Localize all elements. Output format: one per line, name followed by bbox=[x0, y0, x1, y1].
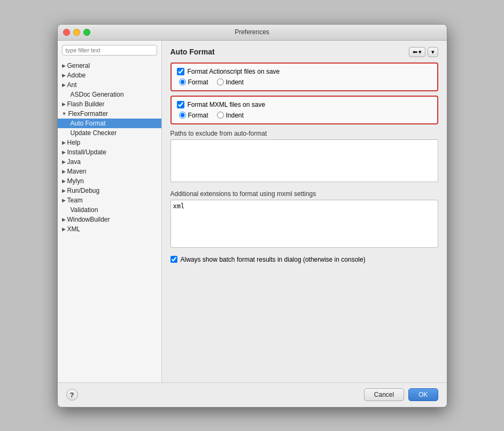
always-show-checkbox[interactable] bbox=[170, 256, 177, 263]
sidebar-item-flexformatter[interactable]: ▼ FlexFormatter bbox=[58, 109, 161, 119]
content-area: Auto Format ⬅▾ ▾ Format Actionscript fil… bbox=[162, 41, 447, 382]
sidebar-item-xml[interactable]: ▶ XML bbox=[58, 224, 161, 234]
actionscript-checkbox[interactable] bbox=[177, 68, 184, 75]
apply-button[interactable]: ▾ bbox=[428, 47, 438, 57]
actionscript-section: Format Actionscript files on save Format… bbox=[170, 62, 438, 91]
sidebar-item-label: Maven bbox=[67, 168, 87, 175]
main-content: ▶ General ▶ Adobe ▶ Ant ASDoc Generation… bbox=[58, 41, 447, 382]
close-button[interactable] bbox=[63, 29, 70, 36]
expand-arrow: ▶ bbox=[62, 217, 66, 222]
sidebar: ▶ General ▶ Adobe ▶ Ant ASDoc Generation… bbox=[58, 41, 162, 382]
expand-arrow: ▶ bbox=[62, 198, 66, 203]
sidebar-item-label: Install/Update bbox=[67, 148, 106, 156]
sidebar-item-label: XML bbox=[67, 225, 81, 233]
window-title: Preferences bbox=[235, 28, 269, 36]
actionscript-checkbox-row: Format Actionscript files on save bbox=[177, 68, 432, 75]
expand-arrow: ▶ bbox=[62, 169, 66, 174]
sidebar-item-windowbuilder[interactable]: ▶ WindowBuilder bbox=[58, 215, 161, 224]
sidebar-item-general[interactable]: ▶ General bbox=[58, 61, 161, 70]
expand-arrow: ▶ bbox=[62, 150, 66, 155]
help-button[interactable]: ? bbox=[66, 389, 78, 401]
paths-textarea[interactable] bbox=[170, 139, 438, 182]
sidebar-item-flashbuilder[interactable]: ▶ Flash Builder bbox=[58, 99, 161, 109]
sidebar-item-label: Help bbox=[67, 139, 81, 146]
ok-button[interactable]: OK bbox=[408, 388, 438, 401]
titlebar: Preferences bbox=[58, 25, 447, 41]
sidebar-item-label: Run/Debug bbox=[67, 187, 100, 194]
sidebar-item-team[interactable]: ▶ Team bbox=[58, 195, 161, 205]
mxml-indent-radio[interactable] bbox=[217, 112, 224, 119]
sidebar-item-updatechecker[interactable]: Update Checker bbox=[58, 128, 161, 138]
sidebar-item-asdoc[interactable]: ASDoc Generation bbox=[58, 90, 161, 99]
paths-label: Paths to exclude from auto-format bbox=[170, 130, 438, 137]
sidebar-tree: ▶ General ▶ Adobe ▶ Ant ASDoc Generation… bbox=[58, 60, 161, 382]
help-icon: ? bbox=[70, 391, 74, 399]
mxml-format-label: Format bbox=[188, 112, 208, 119]
traffic-lights bbox=[63, 29, 90, 36]
expand-arrow: ▶ bbox=[62, 159, 66, 164]
as-format-label: Format bbox=[188, 79, 208, 86]
sidebar-item-label: Team bbox=[67, 197, 83, 204]
always-show-label: Always show batch format results in dial… bbox=[181, 256, 366, 263]
expand-arrow: ▶ bbox=[62, 188, 66, 193]
sidebar-item-rundebug[interactable]: ▶ Run/Debug bbox=[58, 186, 161, 195]
mxml-indent-label: Indent bbox=[226, 112, 244, 119]
always-show-row: Always show batch format results in dial… bbox=[170, 256, 438, 263]
content-header: Auto Format ⬅▾ ▾ bbox=[170, 47, 438, 57]
preferences-window: Preferences ▶ General ▶ Adobe ▶ Ant bbox=[57, 24, 447, 408]
sidebar-item-adobe[interactable]: ▶ Adobe bbox=[58, 70, 161, 80]
expand-arrow: ▶ bbox=[62, 140, 66, 145]
sidebar-item-label: WindowBuilder bbox=[67, 216, 110, 223]
sidebar-item-label: Update Checker bbox=[71, 129, 117, 137]
footer-buttons: Cancel OK bbox=[364, 388, 438, 401]
mxml-section: Format MXML files on save Format Indent bbox=[170, 96, 438, 124]
cancel-button[interactable]: Cancel bbox=[364, 388, 404, 401]
sidebar-item-label: Flash Builder bbox=[67, 100, 105, 108]
as-radio-row: Format Indent bbox=[177, 79, 432, 86]
mxml-format-option: Format bbox=[179, 112, 208, 119]
expand-arrow: ▼ bbox=[62, 111, 67, 116]
as-format-radio[interactable] bbox=[179, 79, 186, 85]
footer: ? Cancel OK bbox=[58, 382, 447, 407]
expand-arrow: ▶ bbox=[62, 82, 66, 88]
filter-input[interactable] bbox=[62, 45, 157, 56]
sidebar-item-instalupdate[interactable]: ▶ Install/Update bbox=[58, 147, 161, 157]
as-indent-label: Indent bbox=[226, 79, 244, 86]
sidebar-item-label: ASDoc Generation bbox=[71, 91, 124, 98]
sidebar-item-validation[interactable]: Validation bbox=[58, 205, 161, 215]
expand-arrow: ▶ bbox=[62, 101, 66, 107]
expand-arrow: ▶ bbox=[62, 226, 66, 232]
sidebar-item-autoformat[interactable]: Auto Format bbox=[58, 119, 161, 128]
sidebar-item-mylyn[interactable]: ▶ Mylyn bbox=[58, 176, 161, 186]
sidebar-item-label: Java bbox=[67, 158, 81, 166]
restore-icon: ⬅ bbox=[413, 49, 417, 56]
mxml-indent-option: Indent bbox=[217, 112, 244, 119]
sidebar-item-help[interactable]: ▶ Help bbox=[58, 138, 161, 147]
mxml-format-radio[interactable] bbox=[179, 112, 186, 119]
mxml-checkbox-label: Format MXML files on save bbox=[188, 101, 266, 108]
sidebar-item-maven[interactable]: ▶ Maven bbox=[58, 167, 161, 176]
restore-defaults-button[interactable]: ⬅▾ bbox=[409, 47, 425, 57]
sidebar-item-java[interactable]: ▶ Java bbox=[58, 157, 161, 167]
header-actions: ⬅▾ ▾ bbox=[409, 47, 438, 57]
mxml-checkbox[interactable] bbox=[177, 101, 184, 108]
minimize-button[interactable] bbox=[73, 29, 80, 36]
mxml-checkbox-row: Format MXML files on save bbox=[177, 101, 432, 108]
extensions-textarea[interactable] bbox=[170, 200, 438, 248]
sidebar-item-label: Adobe bbox=[67, 72, 86, 79]
sidebar-item-label: FlexFormatter bbox=[68, 110, 108, 117]
sidebar-item-ant[interactable]: ▶ Ant bbox=[58, 80, 161, 90]
sidebar-item-label: Mylyn bbox=[67, 177, 84, 185]
actionscript-checkbox-label: Format Actionscript files on save bbox=[188, 68, 280, 75]
as-indent-option: Indent bbox=[217, 79, 244, 86]
as-format-option: Format bbox=[179, 79, 208, 86]
as-indent-radio[interactable] bbox=[217, 79, 224, 85]
content-title: Auto Format bbox=[170, 48, 215, 56]
sidebar-item-label: Ant bbox=[67, 81, 77, 89]
maximize-button[interactable] bbox=[83, 29, 90, 36]
extensions-section: Additional extensions to format using mx… bbox=[170, 190, 438, 249]
sidebar-item-label: Validation bbox=[71, 206, 98, 214]
mxml-radio-row: Format Indent bbox=[177, 112, 432, 119]
sidebar-item-label: Auto Format bbox=[71, 120, 106, 127]
extensions-label: Additional extensions to format using mx… bbox=[170, 190, 438, 198]
